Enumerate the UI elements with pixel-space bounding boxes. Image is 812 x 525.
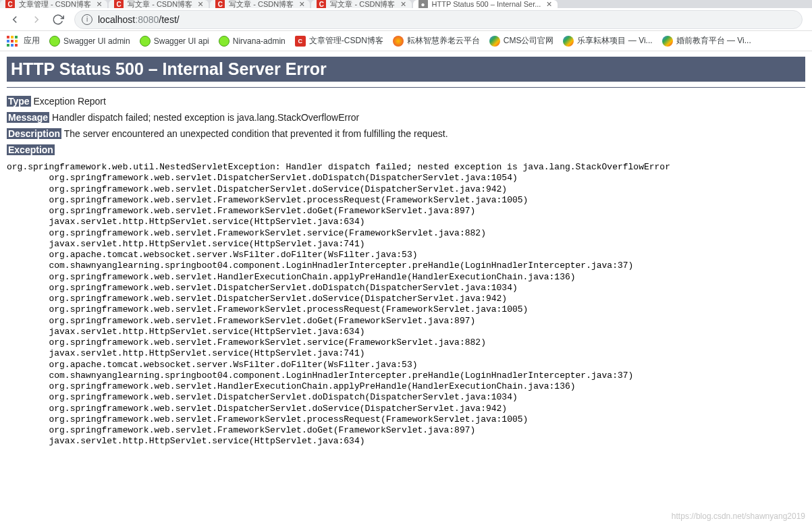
tab-favicon: ● — [418, 0, 428, 8]
error-title: HTTP Status 500 – Internal Server Error — [7, 57, 805, 82]
browser-tab-active[interactable]: ● HTTP Status 500 – Internal Ser... × — [413, 0, 558, 8]
close-icon[interactable]: × — [97, 0, 102, 8]
message-value: Handler dispatch failed; nested exceptio… — [52, 112, 359, 123]
type-label: Type — [7, 96, 31, 107]
apps-button[interactable]: 应用 — [7, 35, 40, 47]
type-value: Exception Report — [34, 96, 106, 107]
url-host: localhost — [98, 14, 135, 25]
bookmark-label: Swagger UI admin — [63, 36, 130, 46]
bookmark-label: Nirvana-admin — [233, 36, 286, 46]
url-port: :8080 — [135, 14, 159, 25]
swagger-icon — [140, 36, 151, 47]
url-path: /test/ — [159, 14, 179, 25]
stacktrace: org.springframework.web.util.NestedServl… — [7, 162, 805, 447]
page-content: HTTP Status 500 – Internal Server Error … — [0, 51, 812, 453]
message-label: Message — [7, 112, 49, 123]
close-icon[interactable]: × — [299, 0, 304, 8]
forward-button[interactable] — [27, 10, 46, 29]
tab-title: 写文章 - CSDN博客 — [229, 0, 294, 8]
tab-title: 写文章 - CSDN博客 — [128, 0, 192, 8]
description-label: Description — [7, 128, 61, 139]
swagger-icon — [219, 36, 229, 47]
browser-tab[interactable]: C 写文章 - CSDN博客 × — [109, 0, 209, 8]
bookmarks-bar: 应用 Swagger UI admin Swagger UI api Nirva… — [0, 31, 812, 51]
bookmark-item[interactable]: Swagger UI api — [140, 36, 209, 47]
site-icon — [393, 36, 404, 47]
bookmark-label: 耘林智慧养老云平台 — [407, 35, 480, 47]
browser-tab[interactable]: C 写文章 - CSDN博客 × — [311, 0, 411, 8]
tab-favicon: C — [5, 0, 15, 8]
tab-favicon: C — [215, 0, 225, 8]
tab-favicon: C — [317, 0, 326, 8]
browser-tab[interactable]: C 文章管理 - CSDN博客 × — [0, 0, 107, 8]
tab-title: 文章管理 - CSDN博客 — [19, 0, 91, 8]
close-icon[interactable]: × — [400, 0, 406, 8]
site-info-icon[interactable]: i — [82, 14, 92, 25]
bookmark-label: Swagger UI api — [154, 36, 209, 46]
exception-label: Exception — [7, 144, 55, 155]
csdn-icon: C — [295, 36, 306, 47]
tab-title: 写文章 - CSDN博客 — [330, 0, 395, 8]
globe-icon — [489, 36, 500, 47]
error-type-line: Type Exception Report — [7, 96, 805, 107]
back-button[interactable] — [5, 10, 24, 29]
close-icon[interactable]: × — [198, 0, 203, 8]
tab-title: HTTP Status 500 – Internal Ser... — [432, 0, 541, 8]
bookmark-item[interactable]: C文章管理-CSDN博客 — [295, 35, 383, 47]
globe-icon — [563, 36, 574, 47]
swagger-icon — [49, 36, 60, 47]
close-icon[interactable]: × — [546, 0, 551, 8]
bookmark-item[interactable]: Nirvana-admin — [219, 36, 286, 47]
divider — [7, 87, 805, 88]
bookmark-item[interactable]: 耘林智慧养老云平台 — [393, 35, 480, 47]
browser-tabstrip: C 文章管理 - CSDN博客 × C 写文章 - CSDN博客 × C 写文章… — [0, 0, 812, 8]
browser-tab[interactable]: C 写文章 - CSDN博客 × — [210, 0, 310, 8]
browser-toolbar: i localhost:8080/test/ — [0, 8, 812, 31]
address-bar[interactable]: i localhost:8080/test/ — [74, 10, 803, 29]
globe-icon — [662, 36, 673, 47]
error-exception-heading: Exception — [7, 144, 805, 155]
tab-favicon: C — [114, 0, 124, 8]
reload-button[interactable] — [49, 10, 67, 29]
apps-label: 应用 — [24, 35, 40, 47]
bookmark-label: 婚前教育平台 — Vi... — [676, 35, 751, 47]
apps-icon — [7, 36, 18, 47]
error-message-line: Message Handler dispatch failed; nested … — [7, 112, 805, 123]
bookmark-label: 文章管理-CSDN博客 — [309, 35, 383, 47]
error-description-line: Description The server encountered an un… — [7, 128, 805, 139]
description-value: The server encountered an unexpected con… — [64, 128, 448, 139]
bookmark-item[interactable]: 乐享耘林项目 — Vi... — [563, 35, 652, 47]
bookmark-item[interactable]: Swagger UI admin — [49, 36, 130, 47]
bookmark-label: CMS公司官网 — [504, 35, 554, 47]
bookmark-item[interactable]: 婚前教育平台 — Vi... — [662, 35, 751, 47]
bookmark-label: 乐享耘林项目 — Vi... — [577, 35, 652, 47]
bookmark-item[interactable]: CMS公司官网 — [489, 35, 554, 47]
